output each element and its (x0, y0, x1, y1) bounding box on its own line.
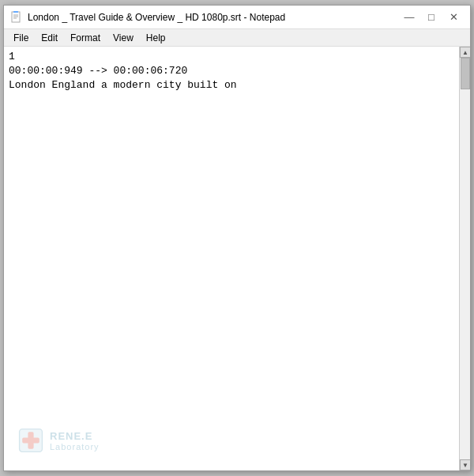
scroll-down-button[interactable]: ▼ (460, 459, 470, 470)
close-button[interactable]: ✕ (443, 9, 464, 25)
menu-format[interactable]: Format (64, 30, 107, 46)
svg-rect-1 (13, 11, 18, 13)
minimize-button[interactable]: — (399, 9, 419, 25)
notepad-icon (10, 11, 23, 24)
vertical-scrollbar[interactable]: ▲ ▼ (459, 47, 470, 470)
title-bar: London _ Travel Guide & Overview _ HD 10… (4, 6, 470, 29)
window-title: London _ Travel Guide & Overview _ HD 10… (28, 12, 285, 23)
content-area: 1 00:00:00:949 --> 00:00:06:720 London E… (4, 47, 470, 470)
svg-rect-0 (12, 12, 20, 22)
scroll-up-button[interactable]: ▲ (460, 47, 470, 58)
scroll-track[interactable] (460, 58, 470, 459)
maximize-button[interactable]: □ (421, 9, 442, 25)
menu-help[interactable]: Help (140, 30, 172, 46)
scroll-thumb[interactable] (461, 58, 470, 89)
menu-view[interactable]: View (107, 30, 140, 46)
text-editor[interactable]: 1 00:00:00:949 --> 00:00:06:720 London E… (4, 47, 459, 470)
title-bar-left: London _ Travel Guide & Overview _ HD 10… (10, 11, 285, 24)
menu-edit[interactable]: Edit (35, 30, 64, 46)
menu-file[interactable]: File (7, 30, 35, 46)
notepad-window: London _ Travel Guide & Overview _ HD 10… (3, 5, 471, 471)
menu-bar: File Edit Format View Help (4, 29, 470, 47)
title-bar-controls: — □ ✕ (399, 9, 464, 25)
